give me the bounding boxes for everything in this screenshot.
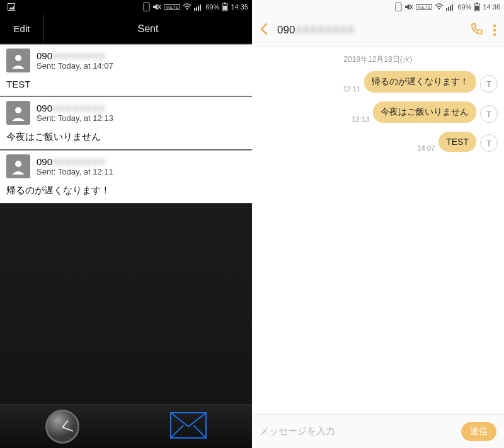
empty-area (0, 204, 252, 404)
avatar-icon (6, 101, 30, 125)
left-phone: VoLTE 69% 14:35 Edit Sent 090XXXXXXXX (0, 0, 252, 448)
date-separator: 2018年12月18日(火) (258, 54, 498, 65)
compose-bar: メッセージを入力 送信 (252, 414, 504, 448)
message-body: TEST (6, 79, 246, 89)
svg-point-22 (438, 8, 440, 10)
battery-percent: 69% (457, 3, 471, 11)
picture-icon (8, 3, 15, 11)
nav-bar: Edit Sent (0, 14, 252, 44)
svg-rect-23 (446, 8, 447, 11)
mute-icon (152, 3, 161, 11)
chat-body: 2018年12月18日(火) 12:11 帰るのが遅くなります！ T 12:13… (252, 47, 504, 414)
message-body: 帰るのが遅くなります！ (6, 185, 246, 197)
message-sentline: Sent: Today, at 12:11 (37, 167, 113, 176)
svg-point-31 (493, 29, 496, 32)
svg-point-15 (15, 107, 21, 113)
message-item[interactable]: 090XXXXXXXX Sent: Today, at 12:13 今夜はご飯い… (0, 96, 252, 150)
svg-marker-19 (405, 4, 410, 10)
svg-rect-29 (475, 6, 479, 10)
right-phone: VoLTE 69% 14:36 090XXXXXXXX 2018年12月18日(… (252, 0, 504, 448)
bottom-dock (0, 404, 252, 448)
edit-button[interactable]: Edit (0, 14, 44, 43)
message-number: 090XXXXXXXX (37, 50, 113, 61)
message-number: 090XXXXXXXX (37, 103, 113, 113)
svg-rect-7 (194, 8, 195, 11)
volte-icon: VoLTE (416, 4, 433, 10)
svg-point-32 (493, 33, 496, 36)
svg-rect-12 (224, 3, 226, 4)
bubble-time: 14:07 (418, 144, 435, 152)
screen-title: Sent (44, 23, 252, 35)
svg-rect-26 (452, 4, 453, 11)
wifi-icon (183, 3, 192, 11)
svg-point-14 (15, 55, 21, 61)
svg-rect-13 (223, 6, 227, 10)
battery-icon (474, 3, 480, 11)
send-button[interactable]: 送信 (461, 422, 496, 441)
status-bar-right: VoLTE 69% 14:36 (252, 0, 504, 14)
avatar-icon (6, 49, 30, 72)
sent-list: 090XXXXXXXX Sent: Today, at 14:07 TEST 0… (0, 44, 252, 204)
message-sentline: Sent: Today, at 14:07 (37, 61, 113, 71)
svg-point-16 (15, 161, 21, 167)
svg-rect-2 (144, 3, 149, 11)
message-row: 14:07 TEST T (258, 132, 498, 152)
svg-rect-28 (476, 3, 478, 4)
message-body: 今夜はご飯いりません (6, 131, 246, 143)
wifi-icon (435, 3, 444, 11)
bubble-time: 12:13 (352, 115, 369, 123)
chat-header: 090XXXXXXXX (252, 14, 504, 47)
chat-bubble[interactable]: 今夜はご飯いりません (373, 101, 476, 123)
chat-bubble[interactable]: 帰るのが遅くなります！ (364, 71, 476, 93)
status-time-left: 14:35 (231, 3, 248, 11)
svg-rect-8 (196, 7, 197, 11)
svg-rect-24 (448, 7, 449, 11)
volte-icon: VoLTE (164, 4, 181, 10)
clock-icon[interactable] (45, 410, 79, 444)
svg-point-30 (493, 25, 496, 27)
message-row: 12:11 帰るのが遅くなります！ T (258, 71, 498, 93)
signal-icon (446, 3, 455, 11)
call-button[interactable] (470, 22, 484, 38)
status-time-right: 14:36 (483, 3, 500, 11)
battery-icon (222, 3, 228, 11)
mail-icon[interactable] (169, 411, 207, 442)
card-icon (395, 3, 402, 11)
mute-icon (404, 3, 413, 11)
message-number: 090XXXXXXXX (37, 156, 113, 167)
svg-rect-18 (396, 3, 401, 11)
svg-rect-9 (198, 6, 199, 11)
status-bar-left: VoLTE 69% 14:35 (0, 0, 252, 14)
card-icon (143, 3, 150, 11)
message-sentline: Sent: Today, at 12:13 (37, 113, 113, 123)
bubble-time: 12:11 (343, 85, 360, 93)
bubble-avatar: T (480, 75, 498, 93)
svg-rect-25 (450, 6, 451, 11)
back-button[interactable] (260, 23, 268, 38)
message-row: 12:13 今夜はご飯いりません T (258, 101, 498, 123)
compose-input[interactable]: メッセージを入力 (260, 425, 455, 437)
chat-bubble[interactable]: TEST (438, 132, 476, 152)
bubble-avatar: T (480, 134, 498, 152)
chat-title[interactable]: 090XXXXXXXX (277, 24, 461, 37)
avatar-icon (6, 154, 30, 178)
signal-icon (194, 3, 203, 11)
svg-marker-1 (9, 6, 14, 9)
bubble-avatar: T (480, 105, 498, 123)
svg-marker-3 (153, 4, 158, 10)
battery-percent: 69% (205, 3, 219, 11)
svg-rect-10 (200, 4, 201, 11)
svg-point-6 (186, 8, 188, 10)
more-button[interactable] (493, 24, 496, 37)
message-item[interactable]: 090XXXXXXXX Sent: Today, at 14:07 TEST (0, 44, 252, 96)
message-item[interactable]: 090XXXXXXXX Sent: Today, at 12:11 帰るのが遅く… (0, 150, 252, 204)
